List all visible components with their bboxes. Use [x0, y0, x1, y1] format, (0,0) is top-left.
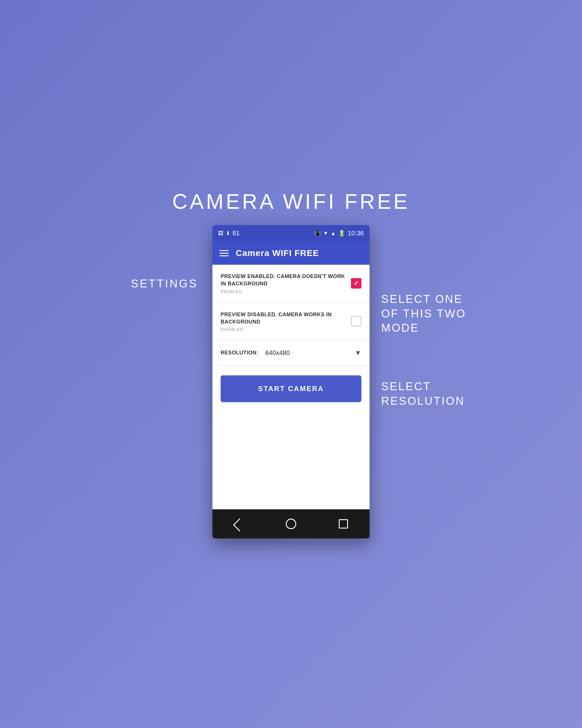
page-title: CAMERA WIFI FREE: [172, 189, 410, 213]
preview-enabled-title: PREVIEW ENABLED. CAMERA DOESN'T WORK IN …: [221, 273, 345, 287]
status-time: 10:36: [348, 230, 364, 237]
content-area: PREVIEW ENABLED. CAMERA DOESN'T WORK IN …: [213, 265, 369, 509]
back-icon: [233, 518, 246, 531]
app-bar-title: Camera WIFI FREE: [236, 248, 319, 258]
battery-icon: 🔋: [338, 230, 345, 237]
recents-icon: [339, 519, 348, 528]
preview-enabled-subtitle: ENABLED: [221, 289, 345, 294]
select-mode-label: SELECT ONE OF THIS TWO MODE: [381, 292, 474, 335]
resolution-select[interactable]: 640x480 ▼: [266, 349, 362, 357]
start-camera-section: START CAMERA: [213, 366, 369, 410]
home-icon: [286, 519, 296, 529]
preview-enabled-text: PREVIEW ENABLED. CAMERA DOESN'T WORK IN …: [221, 273, 351, 293]
preview-disabled-subtitle: DISABLED: [221, 327, 345, 332]
preview-enabled-checkbox[interactable]: [351, 278, 361, 289]
preview-disabled-setting[interactable]: PREVIEW DISABLED. CAMERA WORKS IN BACKGR…: [213, 303, 369, 340]
image-icon: 🖼: [218, 230, 223, 236]
wifi-icon: ▼: [323, 230, 328, 236]
status-bar: 🖼 ⬇ 81 📳 ▼ ▲ 🔋 10:36: [213, 225, 369, 241]
empty-content: [213, 410, 369, 509]
start-camera-button[interactable]: START CAMERA: [221, 375, 361, 402]
preview-disabled-title: PREVIEW DISABLED. CAMERA WORKS IN BACKGR…: [221, 311, 345, 326]
select-resolution-label: SELECT RESOLUTION: [381, 380, 474, 408]
notification-count: 81: [232, 230, 240, 237]
settings-side-label: SETTINGS: [131, 278, 201, 290]
resolution-value: 640x480: [266, 349, 352, 357]
chevron-down-icon: ▼: [355, 349, 361, 357]
nav-bar: [213, 509, 369, 539]
recents-button[interactable]: [336, 517, 351, 531]
home-button[interactable]: [284, 517, 298, 531]
preview-disabled-checkbox[interactable]: [351, 316, 361, 327]
back-button[interactable]: [231, 517, 246, 531]
vibrate-icon: 📳: [314, 230, 321, 236]
download-icon: ⬇: [226, 230, 230, 236]
app-bar: Camera WIFI FREE: [213, 241, 369, 265]
signal-icon: ▲: [331, 230, 336, 236]
resolution-row: RESOLUTION: 640x480 ▼: [213, 341, 369, 365]
phone-frame: 🖼 ⬇ 81 📳 ▼ ▲ 🔋 10:36 Camera WIFI FREE: [213, 225, 369, 539]
hamburger-menu-button[interactable]: [219, 250, 229, 256]
preview-enabled-setting[interactable]: PREVIEW ENABLED. CAMERA DOESN'T WORK IN …: [213, 265, 369, 302]
resolution-label: RESOLUTION:: [221, 350, 258, 356]
preview-disabled-text: PREVIEW DISABLED. CAMERA WORKS IN BACKGR…: [221, 311, 351, 332]
